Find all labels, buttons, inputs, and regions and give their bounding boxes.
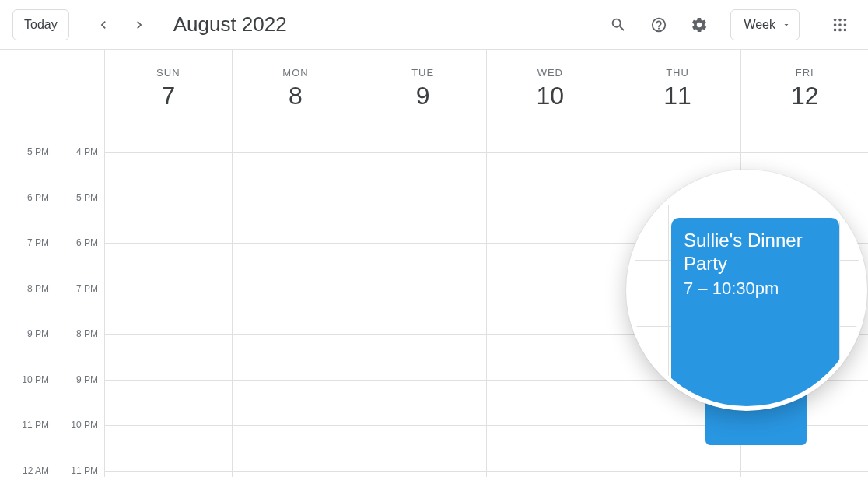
hour-label: 11 PM — [71, 465, 98, 476]
day-number: 7 — [161, 82, 175, 110]
hour-label: 10 PM — [71, 419, 98, 430]
day-header[interactable]: TUE9 — [359, 50, 486, 128]
day-name: MON — [282, 67, 308, 79]
day-name: FRI — [796, 67, 814, 79]
help-button[interactable] — [643, 9, 674, 40]
svg-point-6 — [834, 28, 837, 31]
day-number: 8 — [289, 82, 303, 110]
event-title: Sullie's Dinner Party — [684, 229, 827, 275]
svg-point-3 — [834, 23, 837, 26]
caret-down-icon — [782, 20, 791, 30]
day-column[interactable]: TUE9 — [359, 50, 487, 477]
hour-label: 9 PM — [76, 374, 98, 385]
svg-point-0 — [834, 18, 837, 21]
header-right: Week — [603, 9, 856, 40]
search-button[interactable] — [603, 9, 634, 40]
view-switcher[interactable]: Week — [730, 9, 800, 40]
help-icon — [650, 16, 667, 33]
hour-label: 6 PM — [76, 237, 98, 248]
svg-point-8 — [844, 28, 847, 31]
hour-label: 5 PM — [27, 146, 49, 157]
day-header[interactable]: THU11 — [614, 50, 741, 128]
hour-label: 5 PM — [76, 192, 98, 203]
apps-icon — [831, 16, 849, 33]
day-header[interactable]: SUN7 — [105, 50, 232, 128]
hour-label: 11 PM — [22, 419, 49, 430]
svg-point-5 — [844, 23, 847, 26]
hour-label: 6 PM — [27, 192, 49, 203]
day-name: SUN — [156, 67, 180, 79]
svg-point-1 — [838, 18, 842, 21]
day-name: WED — [537, 67, 563, 79]
day-column[interactable]: MON8 — [233, 50, 360, 477]
hour-label: 9 PM — [27, 328, 49, 339]
nav-arrows — [88, 9, 155, 40]
hour-label: 4 PM — [76, 146, 98, 157]
hour-label: 7 PM — [27, 237, 49, 248]
hour-label: 10 PM — [22, 374, 49, 385]
day-number: 9 — [416, 82, 430, 110]
search-icon — [610, 16, 627, 33]
apps-button[interactable] — [824, 9, 856, 40]
hour-label: 8 PM — [76, 328, 98, 339]
hour-label: 7 PM — [76, 283, 98, 294]
next-button[interactable] — [124, 9, 155, 40]
magnifier-overlay: Sullie's Dinner Party 7 – 10:30pm — [626, 170, 867, 411]
time-gutter-right: 4 PM5 PM6 PM7 PM8 PM9 PM10 PM11 PM — [58, 50, 105, 477]
chevron-right-icon — [131, 17, 147, 33]
day-number: 12 — [791, 82, 819, 110]
day-column[interactable]: WED10 — [487, 50, 614, 477]
event-time: 7 – 10:30pm — [684, 279, 827, 299]
view-switcher-label: Week — [744, 18, 775, 32]
svg-point-4 — [838, 23, 842, 26]
calendar-title: August 2022 — [173, 12, 287, 37]
calendar-body: 5 PM6 PM7 PM8 PM9 PM10 PM11 PM12 AM 4 PM… — [0, 50, 868, 477]
hour-label: 12 AM — [23, 465, 49, 476]
day-name: TUE — [411, 67, 434, 79]
svg-point-7 — [838, 28, 842, 31]
time-gutter-left: 5 PM6 PM7 PM8 PM9 PM10 PM11 PM12 AM — [0, 50, 58, 477]
day-number: 10 — [537, 82, 565, 110]
gear-icon — [691, 16, 708, 33]
settings-button[interactable] — [684, 9, 715, 40]
prev-button[interactable] — [88, 9, 119, 40]
chevron-left-icon — [96, 17, 111, 33]
today-button[interactable]: Today — [12, 9, 69, 40]
event-chip-zoom[interactable]: Sullie's Dinner Party 7 – 10:30pm — [671, 218, 839, 411]
day-header[interactable]: MON8 — [233, 50, 359, 128]
week-grid[interactable]: SUN7MON8TUE9WED10THU11FRI12 Sullie's Din… — [105, 50, 868, 477]
hour-label: 8 PM — [27, 283, 49, 294]
day-header[interactable]: WED10 — [487, 50, 614, 128]
day-name: THU — [666, 67, 689, 79]
day-header[interactable]: FRI12 — [741, 50, 868, 128]
svg-point-2 — [844, 18, 847, 21]
day-number: 11 — [663, 82, 691, 110]
calendar-header: Today August 2022 Week — [0, 0, 868, 50]
day-column[interactable]: SUN7 — [105, 50, 233, 477]
